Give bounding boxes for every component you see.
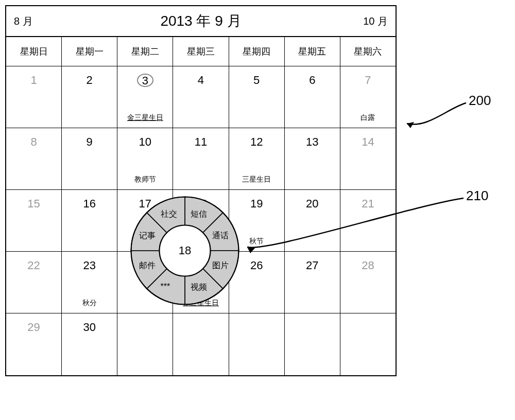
day-cell[interactable]: 20 (285, 190, 340, 252)
day-cell[interactable]: 30 (62, 313, 117, 375)
day-cell[interactable]: 9 (62, 128, 117, 190)
day-cell[interactable]: 27 (285, 252, 340, 313)
day-cell[interactable]: 29 (6, 313, 62, 375)
radial-menu-center[interactable]: 18 (179, 244, 191, 257)
day-cell[interactable]: 4 (173, 66, 229, 128)
next-month-button[interactable]: 10 月 (349, 14, 396, 28)
weekday-row: 星期日星期一星期二星期三星期四星期五星期六 (6, 37, 396, 66)
calendar-title: 2013 年 9 月 (53, 11, 349, 31)
day-number: 3 (137, 74, 153, 87)
weekday-header: 星期六 (340, 37, 396, 66)
day-cell[interactable]: 8 (6, 128, 62, 190)
day-cell (229, 313, 285, 375)
day-cell[interactable]: 13 (285, 128, 340, 190)
weekday-header: 星期五 (285, 37, 340, 66)
day-event-label: 秋分 (62, 299, 117, 308)
day-cell (117, 313, 173, 375)
weekday-header: 星期三 (173, 37, 229, 66)
day-cell (340, 313, 396, 375)
day-number: 8 (30, 135, 37, 149)
calendar-widget: 8 月 2013 年 9 月 10 月 星期日星期一星期二星期三星期四星期五星期… (5, 5, 397, 376)
week-row: 2930 (6, 313, 396, 375)
day-number: 11 (195, 135, 207, 149)
day-cell[interactable]: 1 (6, 66, 62, 128)
day-cell[interactable]: 14 (340, 128, 396, 190)
day-number: 7 (365, 74, 371, 87)
day-number: 12 (250, 135, 263, 149)
day-cell[interactable]: 16 (62, 190, 117, 252)
day-event-label: 三星生日 (229, 175, 284, 184)
calendar-header: 8 月 2013 年 9 月 10 月 (6, 6, 396, 37)
radial-menu[interactable]: 18 短信通话图片视频***邮件记事社交 (128, 194, 242, 307)
day-cell[interactable]: 2 (62, 66, 117, 128)
day-number: 22 (27, 259, 40, 272)
day-cell[interactable]: 5 (229, 66, 285, 128)
week-row: 123金三星生日4567白露 (6, 66, 396, 128)
day-number: 19 (250, 197, 263, 211)
day-number: 16 (83, 197, 95, 211)
weekday-header: 星期二 (117, 37, 173, 66)
day-number: 30 (83, 321, 95, 334)
day-cell[interactable]: 22 (6, 252, 62, 313)
day-number: 27 (306, 259, 318, 272)
day-number: 14 (362, 135, 374, 149)
day-cell[interactable]: 6 (285, 66, 340, 128)
day-cell[interactable]: 7白露 (340, 66, 396, 128)
callout-ref-210: 210 (466, 188, 488, 204)
day-number: 20 (306, 197, 318, 211)
weekday-header: 星期一 (62, 37, 117, 66)
day-cell (173, 313, 229, 375)
day-number: 15 (27, 197, 40, 211)
day-number: 9 (87, 135, 93, 149)
day-cell[interactable]: 3金三星生日 (117, 66, 173, 128)
day-number: 4 (198, 74, 204, 87)
day-event-label: 教师节 (117, 175, 173, 184)
day-cell[interactable]: 28 (340, 252, 396, 313)
day-number: 13 (306, 135, 318, 149)
day-number: 10 (139, 135, 151, 149)
day-cell[interactable]: 21 (340, 190, 396, 252)
day-cell (285, 313, 340, 375)
day-number: 29 (27, 321, 40, 334)
day-cell[interactable]: 12三星生日 (229, 128, 285, 190)
day-cell[interactable]: 10教师节 (117, 128, 173, 190)
weekday-header: 星期日 (6, 37, 62, 66)
day-number: 1 (30, 74, 37, 87)
day-event-label: 金三星生日 (117, 113, 173, 122)
day-cell[interactable]: 15 (6, 190, 62, 252)
day-number: 23 (83, 259, 95, 272)
day-number: 5 (253, 74, 260, 87)
prev-month-button[interactable]: 8 月 (6, 14, 53, 28)
day-number: 28 (362, 259, 374, 272)
callout-ref-200: 200 (469, 93, 491, 109)
day-cell[interactable]: 11 (173, 128, 229, 190)
day-number: 6 (309, 74, 315, 87)
day-number: 2 (87, 74, 93, 87)
day-event-label: 白露 (340, 113, 396, 122)
day-number: 26 (250, 259, 263, 272)
day-cell[interactable]: 23秋分 (62, 252, 117, 313)
day-number: 21 (362, 197, 374, 211)
weekday-header: 星期四 (229, 37, 285, 66)
week-row: 8910教师节1112三星生日1314 (6, 128, 396, 190)
